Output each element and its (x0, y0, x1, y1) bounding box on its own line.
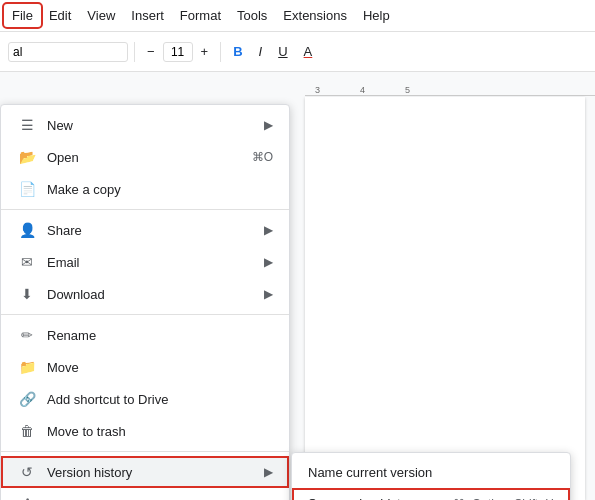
menu-item-details-label: Details (47, 497, 273, 501)
ruler-tick-4: 4 (360, 85, 365, 95)
italic-button[interactable]: I (253, 41, 269, 62)
menu-item-add-shortcut[interactable]: 🔗 Add shortcut to Drive (1, 383, 289, 415)
email-arrow: ▶ (264, 255, 273, 269)
menu-item-share-label: Share (47, 223, 264, 238)
menu-edit[interactable]: Edit (41, 4, 79, 27)
font-selector[interactable] (8, 42, 128, 62)
menu-item-version-history-label: Version history (47, 465, 264, 480)
document-paper (305, 97, 585, 500)
text-color-button[interactable]: A (298, 41, 319, 62)
version-history-icon: ↺ (17, 464, 37, 480)
toolbar-separator-1 (134, 42, 135, 62)
main-content: 3 4 5 ☰ New ▶ 📂 Open ⌘O 📄 Make a copy 👤 … (0, 72, 595, 500)
menu-item-add-shortcut-label: Add shortcut to Drive (47, 392, 273, 407)
menu-item-trash-label: Move to trash (47, 424, 273, 439)
menu-item-open-label: Open (47, 150, 244, 165)
submenu-item-see-version-history[interactable]: See version history ⌘+Option+Shift+H (292, 488, 570, 500)
open-shortcut: ⌘O (252, 150, 273, 164)
toolbar: − + B I U A (0, 32, 595, 72)
menu-file[interactable]: File (4, 4, 41, 27)
download-arrow: ▶ (264, 287, 273, 301)
menu-item-download-label: Download (47, 287, 264, 302)
divider-3 (1, 451, 289, 452)
menu-item-email[interactable]: ✉ Email ▶ (1, 246, 289, 278)
ruler-tick-3: 3 (315, 85, 320, 95)
divider-1 (1, 209, 289, 210)
details-icon: ℹ (17, 496, 37, 500)
font-size-input[interactable] (163, 42, 193, 62)
font-size-decrease[interactable]: − (141, 41, 161, 62)
ruler: 3 4 5 (305, 72, 595, 96)
email-icon: ✉ (17, 254, 37, 270)
version-history-submenu: Name current version See version history… (291, 452, 571, 500)
ruler-tick-5: 5 (405, 85, 410, 95)
menu-item-rename-label: Rename (47, 328, 273, 343)
share-icon: 👤 (17, 222, 37, 238)
menu-help[interactable]: Help (355, 4, 398, 27)
trash-icon: 🗑 (17, 423, 37, 439)
add-shortcut-icon: 🔗 (17, 391, 37, 407)
font-size-area: − + (141, 41, 214, 62)
bold-button[interactable]: B (227, 41, 248, 62)
menu-format[interactable]: Format (172, 4, 229, 27)
menu-tools[interactable]: Tools (229, 4, 275, 27)
menu-item-share[interactable]: 👤 Share ▶ (1, 214, 289, 246)
menu-insert[interactable]: Insert (123, 4, 172, 27)
file-dropdown-menu: ☰ New ▶ 📂 Open ⌘O 📄 Make a copy 👤 Share … (0, 104, 290, 500)
share-arrow: ▶ (264, 223, 273, 237)
menu-item-version-history[interactable]: ↺ Version history ▶ Name current version… (1, 456, 289, 488)
menu-item-open[interactable]: 📂 Open ⌘O (1, 141, 289, 173)
new-arrow: ▶ (264, 118, 273, 132)
rename-icon: ✏ (17, 327, 37, 343)
menu-item-move-label: Move (47, 360, 273, 375)
underline-button[interactable]: U (272, 41, 293, 62)
open-icon: 📂 (17, 149, 37, 165)
toolbar-separator-2 (220, 42, 221, 62)
move-icon: 📁 (17, 359, 37, 375)
menu-item-new-label: New (47, 118, 264, 133)
menu-item-trash[interactable]: 🗑 Move to trash (1, 415, 289, 447)
menu-item-move[interactable]: 📁 Move (1, 351, 289, 383)
menu-bar: File Edit View Insert Format Tools Exten… (0, 0, 595, 32)
make-copy-icon: 📄 (17, 181, 37, 197)
see-version-history-label: See version history (308, 496, 445, 500)
see-version-history-shortcut: ⌘+Option+Shift+H (453, 497, 554, 501)
new-icon: ☰ (17, 117, 37, 133)
menu-item-rename[interactable]: ✏ Rename (1, 319, 289, 351)
menu-item-email-label: Email (47, 255, 264, 270)
name-version-label: Name current version (308, 465, 546, 480)
menu-item-new[interactable]: ☰ New ▶ (1, 109, 289, 141)
divider-2 (1, 314, 289, 315)
menu-view[interactable]: View (79, 4, 123, 27)
submenu-item-name-version[interactable]: Name current version (292, 457, 570, 488)
menu-item-download[interactable]: ⬇ Download ▶ (1, 278, 289, 310)
download-icon: ⬇ (17, 286, 37, 302)
version-history-arrow: ▶ (264, 465, 273, 479)
menu-item-details[interactable]: ℹ Details (1, 488, 289, 500)
font-size-increase[interactable]: + (195, 41, 215, 62)
menu-extensions[interactable]: Extensions (275, 4, 355, 27)
menu-item-make-copy-label: Make a copy (47, 182, 273, 197)
menu-item-make-copy[interactable]: 📄 Make a copy (1, 173, 289, 205)
